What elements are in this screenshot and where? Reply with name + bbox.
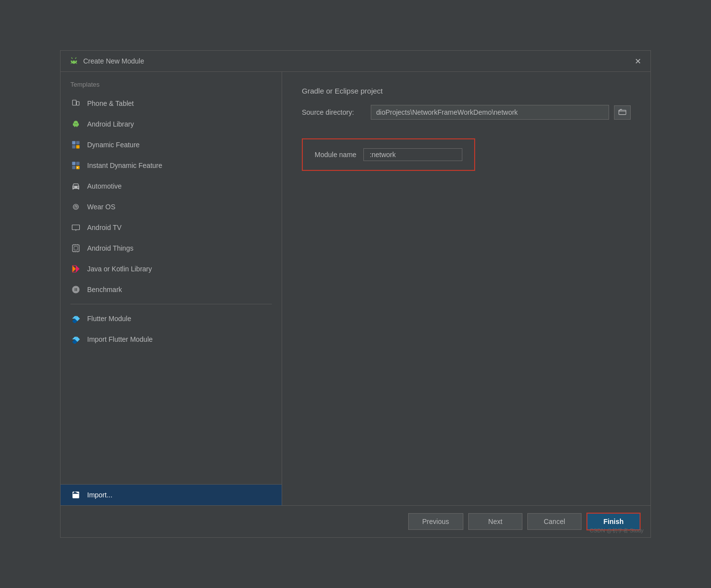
- title-bar: Create New Module ✕: [61, 51, 650, 72]
- svg-rect-5: [76, 145, 80, 149]
- browse-button[interactable]: [614, 105, 631, 120]
- sidebar-item-android-library-label: Android Library: [87, 120, 134, 128]
- sidebar-item-benchmark-label: Benchmark: [87, 286, 122, 294]
- sidebar-item-instant-dynamic-feature[interactable]: Instant Dynamic Feature: [61, 155, 282, 176]
- source-directory-input[interactable]: [371, 105, 609, 120]
- sidebar-item-android-tv[interactable]: Android TV: [61, 217, 282, 238]
- benchmark-icon: [70, 284, 81, 295]
- sidebar-item-java-kotlin-library-label: Java or Kotlin Library: [87, 265, 152, 273]
- flutter-icon: [70, 313, 81, 324]
- watermark: CSDN @初学者·Study: [589, 527, 644, 534]
- sidebar-item-android-tv-label: Android TV: [87, 224, 122, 231]
- sidebar-bottom: Import...: [61, 484, 282, 505]
- sidebar-item-benchmark[interactable]: Benchmark: [61, 279, 282, 300]
- sidebar-item-import[interactable]: Import...: [61, 485, 282, 505]
- sidebar-item-android-things[interactable]: Android Things: [61, 238, 282, 259]
- section-title: Gradle or Eclipse project: [302, 87, 631, 95]
- sidebar-divider: [70, 304, 272, 304]
- sidebar-item-import-flutter-module[interactable]: Import Flutter Module: [61, 329, 282, 350]
- import-flutter-icon: [70, 334, 81, 345]
- phone-tablet-icon: [70, 98, 81, 109]
- svg-rect-7: [76, 162, 80, 165]
- sidebar-item-android-things-label: Android Things: [87, 244, 133, 252]
- wear-os-icon: [70, 201, 81, 212]
- dialog-title: Create New Module: [83, 57, 144, 65]
- main-content: Templates Phone & Tablet Android Library: [61, 72, 650, 505]
- svg-rect-6: [72, 162, 76, 165]
- source-directory-label: Source directory:: [302, 108, 366, 116]
- sidebar-item-dynamic-feature-label: Dynamic Feature: [87, 141, 140, 149]
- cancel-button[interactable]: Cancel: [527, 513, 582, 530]
- instant-dynamic-feature-icon: [70, 160, 81, 171]
- svg-rect-18: [74, 246, 78, 250]
- sidebar: Templates Phone & Tablet Android Library: [61, 72, 282, 505]
- import-icon: [70, 490, 81, 500]
- footer: Previous Next Cancel Finish: [61, 505, 650, 537]
- sidebar-item-dynamic-feature[interactable]: Dynamic Feature: [61, 134, 282, 155]
- templates-section-label: Templates: [61, 72, 282, 93]
- svg-rect-0: [72, 100, 76, 105]
- sidebar-item-automotive[interactable]: Automotive: [61, 176, 282, 196]
- svg-rect-17: [72, 245, 79, 252]
- next-button[interactable]: Next: [468, 513, 522, 530]
- previous-button[interactable]: Previous: [408, 513, 463, 530]
- module-name-label: Module name: [315, 151, 356, 159]
- right-panel: Gradle or Eclipse project Source directo…: [282, 72, 650, 505]
- svg-rect-3: [76, 141, 80, 145]
- sidebar-item-flutter-module-label: Flutter Module: [87, 315, 131, 323]
- android-library-icon: [70, 119, 81, 130]
- sidebar-item-wear-os[interactable]: Wear OS: [61, 196, 282, 217]
- title-bar-left: Create New Module: [68, 56, 144, 66]
- sidebar-item-import-label: Import...: [87, 491, 112, 499]
- dynamic-feature-icon: [70, 139, 81, 150]
- module-name-box: Module name: [302, 138, 475, 171]
- svg-rect-4: [72, 145, 76, 149]
- android-things-icon: [70, 243, 81, 254]
- sidebar-item-instant-dynamic-feature-label: Instant Dynamic Feature: [87, 162, 162, 169]
- source-directory-row: Source directory:: [302, 105, 631, 120]
- sidebar-item-flutter-module[interactable]: Flutter Module: [61, 308, 282, 329]
- svg-rect-8: [72, 166, 76, 169]
- sidebar-item-phone-tablet[interactable]: Phone & Tablet: [61, 93, 282, 114]
- sidebar-item-android-library[interactable]: Android Library: [61, 114, 282, 134]
- sidebar-item-java-kotlin-library[interactable]: Java or Kotlin Library: [61, 259, 282, 279]
- module-name-input[interactable]: [363, 148, 462, 161]
- svg-rect-14: [72, 225, 80, 230]
- sidebar-item-wear-os-label: Wear OS: [87, 203, 115, 211]
- svg-rect-2: [72, 141, 76, 145]
- svg-rect-1: [77, 101, 79, 105]
- sidebar-item-automotive-label: Automotive: [87, 182, 122, 190]
- android-logo-icon: [68, 56, 79, 66]
- java-kotlin-icon: [70, 263, 81, 274]
- svg-rect-32: [619, 110, 626, 114]
- create-new-module-dialog: Create New Module ✕ Templates Phone & Ta…: [60, 50, 651, 538]
- automotive-icon: [70, 181, 81, 192]
- sidebar-item-import-flutter-module-label: Import Flutter Module: [87, 335, 153, 343]
- close-button[interactable]: ✕: [633, 56, 643, 66]
- sidebar-item-phone-tablet-label: Phone & Tablet: [87, 99, 134, 107]
- android-tv-icon: [70, 222, 81, 233]
